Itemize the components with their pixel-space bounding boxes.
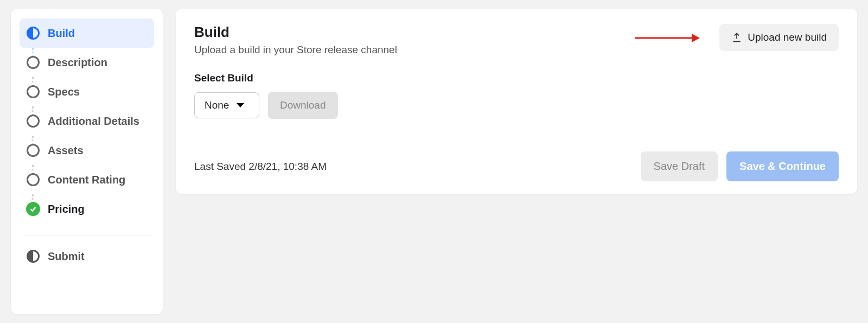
dropdown-value: None <box>205 99 229 111</box>
caret-down-icon <box>237 103 244 107</box>
header-row: Build Upload a build in your Store relea… <box>194 24 839 56</box>
header-text: Build Upload a build in your Store relea… <box>194 24 397 56</box>
step-label: Description <box>48 56 107 69</box>
empty-circle-icon <box>26 55 40 69</box>
select-row: None Download <box>194 92 839 119</box>
divider <box>23 236 151 236</box>
save-continue-button[interactable]: Save & Continue <box>726 151 839 181</box>
step-label: Build <box>48 27 75 40</box>
upload-icon <box>731 32 742 43</box>
main-panel: Build Upload a build in your Store relea… <box>176 9 857 194</box>
download-button[interactable]: Download <box>268 92 338 119</box>
select-build-label: Select Build <box>194 72 839 84</box>
save-draft-button[interactable]: Save Draft <box>641 151 718 181</box>
sidebar-step-pricing[interactable]: Pricing <box>20 194 154 224</box>
footer-row: Last Saved 2/8/21, 10:38 AM Save Draft S… <box>194 151 839 181</box>
step-label: Pricing <box>48 203 85 216</box>
sidebar-step-assets[interactable]: Assets <box>20 136 154 165</box>
empty-circle-icon <box>26 114 40 128</box>
footer-actions: Save Draft Save & Continue <box>641 151 839 181</box>
sidebar-step-specs[interactable]: Specs <box>20 77 154 106</box>
last-saved-text: Last Saved 2/8/21, 10:38 AM <box>194 161 327 173</box>
step-label: Content Rating <box>48 174 125 186</box>
half-circle-icon <box>26 26 40 40</box>
sidebar-step-description[interactable]: Description <box>20 48 154 77</box>
submit-label: Submit <box>48 250 85 263</box>
half-circle-icon <box>26 249 40 263</box>
sidebar-step-additional-details[interactable]: Additional Details <box>20 106 154 136</box>
step-label: Additional Details <box>48 115 139 128</box>
sidebar: Build Description Specs Additional Detai… <box>11 9 163 314</box>
page-subtitle: Upload a build in your Store release cha… <box>194 44 397 56</box>
sidebar-step-content-rating[interactable]: Content Rating <box>20 165 154 194</box>
check-circle-icon <box>26 202 40 216</box>
step-list: Build Description Specs Additional Detai… <box>20 18 154 224</box>
build-dropdown[interactable]: None <box>194 92 259 118</box>
step-label: Specs <box>48 86 80 98</box>
sidebar-submit[interactable]: Submit <box>20 242 154 271</box>
empty-circle-icon <box>26 85 40 99</box>
upload-new-build-button[interactable]: Upload new build <box>719 24 839 51</box>
empty-circle-icon <box>26 173 40 187</box>
page-title: Build <box>194 24 397 41</box>
upload-label: Upload new build <box>748 31 827 43</box>
step-label: Assets <box>48 144 84 157</box>
sidebar-step-build[interactable]: Build <box>20 18 154 48</box>
empty-circle-icon <box>26 143 40 157</box>
